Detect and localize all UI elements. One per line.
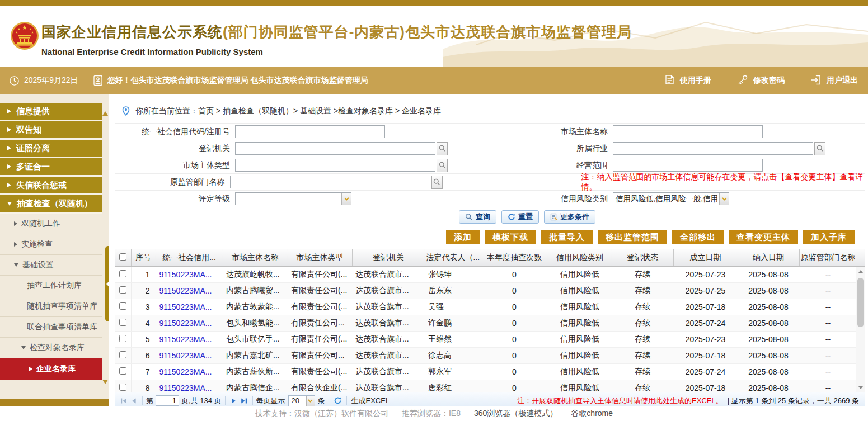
batch-import-button[interactable]: 批量导入 [541, 230, 593, 244]
col-established-date[interactable]: 成立日期 [673, 249, 738, 266]
logout-label: 用户退出 [827, 75, 858, 86]
national-emblem-logo [10, 21, 39, 50]
col-registry[interactable]: 登记机关 [352, 249, 425, 266]
row-checkbox[interactable] [119, 367, 126, 375]
more-conditions-button[interactable]: 更多条件 [544, 210, 595, 224]
industry-lookup-button[interactable] [814, 142, 825, 155]
row-checkbox[interactable] [119, 319, 126, 326]
registry-input[interactable] [235, 142, 435, 155]
change-password-link[interactable]: 修改密码 [737, 74, 785, 87]
sidebar-item-joint-punishment[interactable]: 失信联合惩戒 [0, 177, 102, 195]
site-title: 国家企业信用信息公示系统(部门协同监管平台-内蒙古)包头市达茂联合旗市场监督管理… [41, 22, 632, 42]
per-page-select[interactable]: 20 [288, 395, 315, 406]
sidebar-subitem-enterprise-directory-selected[interactable]: 企业名录库 [0, 358, 102, 380]
entity-type-lookup-button[interactable] [437, 159, 448, 172]
row-checkbox[interactable] [119, 270, 126, 277]
credit-code-link[interactable]: 91150223MA... [156, 364, 223, 380]
page-number-input[interactable] [156, 395, 179, 406]
col-entity-type[interactable]: 市场主体类型 [288, 249, 352, 266]
template-download-button[interactable]: 模板下载 [485, 230, 536, 244]
col-seq[interactable]: 序号 [131, 249, 156, 266]
col-included-date[interactable]: 纳入日期 [738, 249, 799, 266]
credit-code-link[interactable]: 91150223MA... [156, 348, 223, 364]
scrollbar-down-arrow[interactable] [856, 383, 865, 392]
dropdown-arrow-icon [719, 193, 729, 205]
sidebar-scroll-up-arrow[interactable] [102, 102, 108, 112]
manual-link[interactable]: 使用手册 [664, 74, 711, 87]
page-footer: 技术支持：汉微（江苏）软件有限公司 推荐浏览器：IE8 360浏览器（极速模式）… [0, 406, 868, 421]
credit-code-link[interactable]: 91150223MA... [156, 332, 223, 348]
sidebar-subitem-implement-inspection[interactable]: 实施检查 [0, 234, 102, 255]
sidebar-item-information-supply[interactable]: 信息提供 [0, 103, 102, 121]
row-checkbox[interactable] [119, 286, 126, 294]
sidebar-collapse-handle[interactable] [105, 246, 109, 321]
col-risk-category[interactable]: 信用风险类别 [548, 249, 612, 266]
col-former-dept[interactable]: 原监管部门名称 [799, 249, 857, 266]
industry-input[interactable] [613, 142, 813, 155]
sidebar-scroll-down-arrow[interactable] [102, 384, 108, 394]
scrollbar-up-arrow[interactable] [856, 267, 865, 276]
sidebar-subitem-inspection-plan-library[interactable]: 抽查工作计划库 [0, 276, 102, 296]
location-pin-icon [121, 106, 130, 116]
col-legal-rep[interactable]: 法定代表人（... [425, 249, 481, 266]
query-button[interactable]: 查询 [459, 210, 496, 224]
sidebar-subitem-label: 抽查工作计划库 [27, 281, 82, 291]
dropdown-arrow-icon [341, 193, 351, 205]
scrollbar-thumb[interactable] [857, 278, 864, 327]
former-dept-lookup-button[interactable] [431, 176, 443, 189]
credit-code-link[interactable]: 91150223MA... [156, 380, 223, 393]
sidebar-subitem-random-item-list[interactable]: 随机抽查事项清单库 [0, 296, 102, 317]
entity-name-input[interactable] [613, 125, 763, 138]
col-check-count[interactable]: 本年度抽查次数 [481, 249, 548, 266]
business-scope-input[interactable] [613, 159, 763, 172]
registry-lookup-button[interactable] [437, 142, 448, 155]
sidebar-subitem-random-work[interactable]: 双随机工作 [0, 214, 102, 234]
row-checkbox[interactable] [119, 384, 126, 391]
remove-scope-button[interactable]: 移出监管范围 [598, 230, 667, 244]
sidebar-item-multi-cert[interactable]: 多证合一 [0, 158, 102, 177]
refresh-button[interactable] [334, 396, 342, 405]
prev-page-button[interactable] [130, 397, 138, 405]
credit-code-link[interactable]: 91150223MA... [156, 315, 223, 332]
sidebar-item-license-separation[interactable]: 证照分离 [0, 140, 102, 158]
view-changes-button[interactable]: 查看变更主体 [729, 230, 798, 244]
credit-code-link[interactable]: 91150223MA... [156, 267, 223, 283]
former-dept-input[interactable] [230, 176, 430, 188]
first-page-button[interactable] [120, 397, 128, 405]
risk-category-select[interactable]: 信用风险低,信用风险一般,信用 [613, 192, 729, 205]
recommended-browser-label: 推荐浏览器：IE8 [402, 409, 461, 419]
col-credit-code[interactable]: 统一社会信用... [156, 249, 223, 266]
entity-type-input[interactable] [235, 159, 435, 172]
credit-code-link[interactable]: 91150223MA... [156, 283, 223, 299]
credit-code-input[interactable] [235, 125, 385, 138]
select-all-checkbox[interactable] [119, 253, 126, 261]
row-checkbox[interactable] [119, 335, 126, 342]
business-scope-label: 经营范围 [448, 160, 610, 171]
logout-link[interactable]: 用户退出 [810, 75, 858, 87]
former-dept-label: 原监管部门名称 [115, 177, 227, 187]
sidebar-item-label: 抽查检查（双随机） [17, 198, 92, 209]
sidebar-subitem-inspection-target-library[interactable]: 检查对象名录库 [0, 338, 102, 358]
next-page-button[interactable] [230, 397, 238, 405]
sidebar-item-random-inspection[interactable]: 抽查检查（双随机） [0, 195, 102, 214]
sidebar-subitem-basic-settings[interactable]: 基础设置 [0, 255, 102, 276]
col-entity-name[interactable]: 市场主体名称 [223, 249, 288, 266]
row-checkbox[interactable] [119, 351, 126, 358]
add-sublibrary-button[interactable]: 加入子库 [803, 230, 855, 244]
credit-code-link[interactable]: 91150223MA... [156, 299, 223, 315]
manual-icon [664, 74, 675, 87]
logout-icon [810, 75, 822, 87]
rating-select[interactable] [235, 192, 351, 205]
sidebar-item-double-notification[interactable]: 双告知 [0, 121, 102, 140]
row-checkbox[interactable] [119, 302, 126, 310]
add-button[interactable]: 添加 [446, 230, 480, 244]
generate-excel-button[interactable]: 生成EXCEL [351, 396, 390, 406]
col-registration-status[interactable]: 登记状态 [612, 249, 673, 266]
last-page-button[interactable] [240, 397, 248, 405]
site-titles: 国家企业信用信息公示系统(部门协同监管平台-内蒙古)包头市达茂联合旗市场监督管理… [41, 22, 632, 56]
query-button-row: 查询 重置 更多条件 [109, 210, 868, 225]
reset-button[interactable]: 重置 [501, 210, 539, 224]
sidebar-subitem-joint-item-list[interactable]: 联合抽查事项清单库 [0, 317, 102, 338]
table-vertical-scrollbar[interactable] [856, 267, 865, 392]
remove-all-button[interactable]: 全部移出 [672, 230, 724, 244]
